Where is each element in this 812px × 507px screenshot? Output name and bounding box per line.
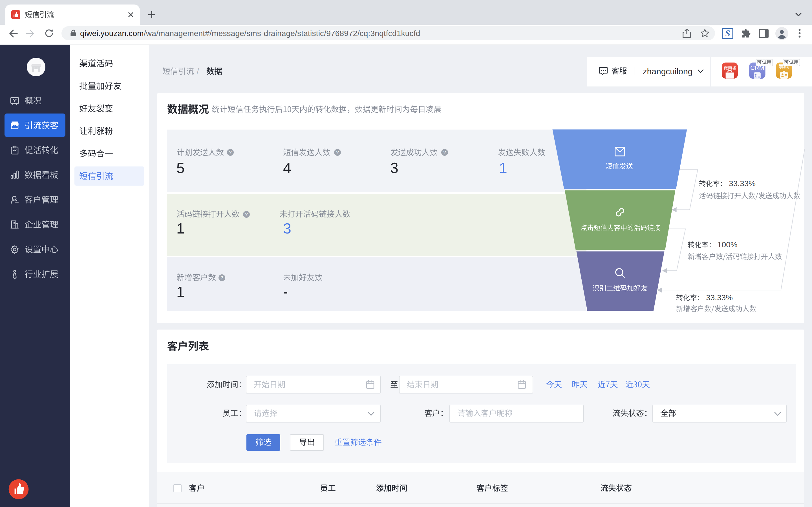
svg-text:?: ? [229, 150, 232, 155]
svg-text:S: S [725, 29, 730, 38]
svg-text:?: ? [336, 150, 339, 155]
svg-text:?: ? [245, 212, 248, 217]
svg-text:?: ? [220, 275, 223, 281]
svg-text:?: ? [443, 150, 446, 155]
